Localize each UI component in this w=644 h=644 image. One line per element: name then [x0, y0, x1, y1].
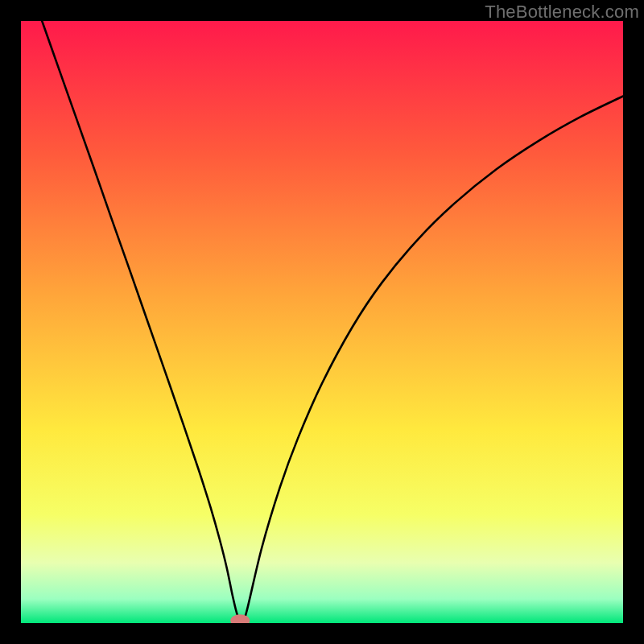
- gradient-background: [21, 21, 623, 623]
- plot-area: [21, 21, 623, 623]
- chart-svg: [21, 21, 623, 623]
- outer-frame: TheBottleneck.com: [0, 0, 644, 644]
- attribution-text: TheBottleneck.com: [485, 2, 639, 23]
